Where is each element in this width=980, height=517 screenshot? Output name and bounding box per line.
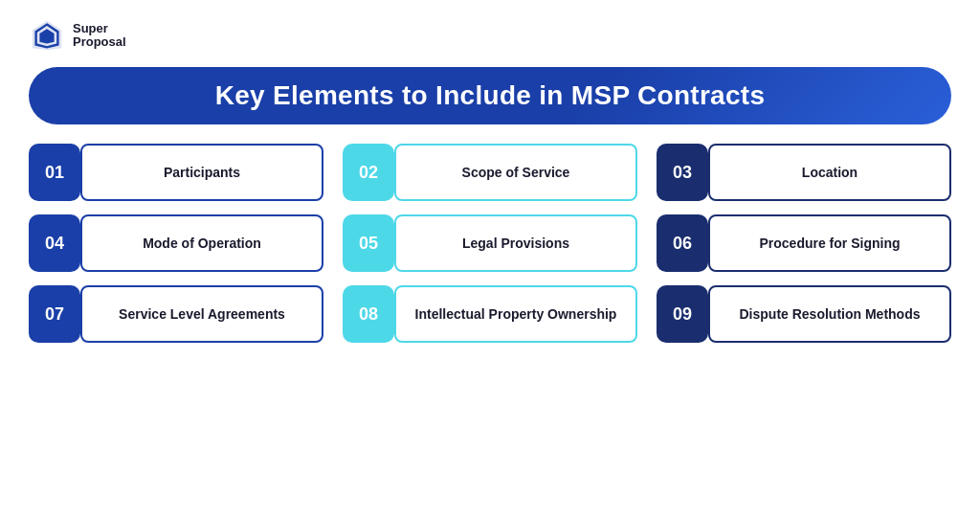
card-label-4: Mode of Operation	[80, 214, 323, 272]
card-number-3: 03	[657, 144, 708, 201]
card-label-text-5: Legal Provisions	[462, 235, 569, 252]
card-label-6: Procedure for Signing	[708, 214, 951, 272]
title-banner: Key Elements to Include in MSP Contracts	[29, 67, 951, 124]
card-item-4: 04Mode of Operation	[29, 214, 323, 272]
card-label-text-4: Mode of Operation	[143, 235, 261, 252]
card-label-text-1: Participants	[164, 164, 240, 181]
logo-line1: Super	[73, 22, 126, 35]
card-number-1: 01	[29, 144, 80, 201]
card-label-text-7: Service Level Agreements	[119, 305, 285, 323]
card-item-1: 01Participants	[29, 144, 323, 201]
logo-icon	[29, 17, 65, 54]
card-number-4: 04	[29, 214, 80, 272]
card-label-2: Scope of Service	[394, 144, 637, 201]
logo-area: Super Proposal	[29, 17, 951, 54]
card-item-8: 08Intellectual Property Ownership	[343, 285, 637, 343]
logo-text: Super Proposal	[73, 22, 126, 50]
card-label-9: Dispute Resolution Methods	[708, 285, 951, 343]
card-label-text-6: Procedure for Signing	[759, 235, 900, 252]
page: Super Proposal Key Elements to Include i…	[0, 0, 980, 517]
card-label-3: Location	[708, 144, 951, 201]
card-number-7: 07	[29, 285, 80, 343]
card-item-6: 06Procedure for Signing	[657, 214, 951, 272]
card-label-8: Intellectual Property Ownership	[394, 285, 637, 343]
card-number-9: 09	[657, 285, 708, 343]
page-title: Key Elements to Include in MSP Contracts	[57, 80, 923, 111]
card-item-9: 09Dispute Resolution Methods	[657, 285, 951, 343]
card-label-7: Service Level Agreements	[80, 285, 323, 343]
card-number-2: 02	[343, 144, 394, 201]
card-label-5: Legal Provisions	[394, 214, 637, 272]
card-item-3: 03Location	[657, 144, 951, 201]
card-item-7: 07Service Level Agreements	[29, 285, 323, 343]
card-number-6: 06	[657, 214, 708, 272]
card-label-1: Participants	[80, 144, 323, 201]
card-number-5: 05	[343, 214, 394, 272]
card-label-text-2: Scope of Service	[462, 164, 570, 181]
card-item-2: 02Scope of Service	[343, 144, 637, 201]
card-number-8: 08	[343, 285, 394, 343]
card-label-text-8: Intellectual Property Ownership	[415, 305, 617, 323]
items-grid: 01Participants02Scope of Service03Locati…	[29, 144, 951, 343]
card-item-5: 05Legal Provisions	[343, 214, 637, 272]
logo-line2: Proposal	[73, 35, 126, 49]
card-label-text-9: Dispute Resolution Methods	[740, 305, 921, 323]
card-label-text-3: Location	[802, 164, 858, 181]
